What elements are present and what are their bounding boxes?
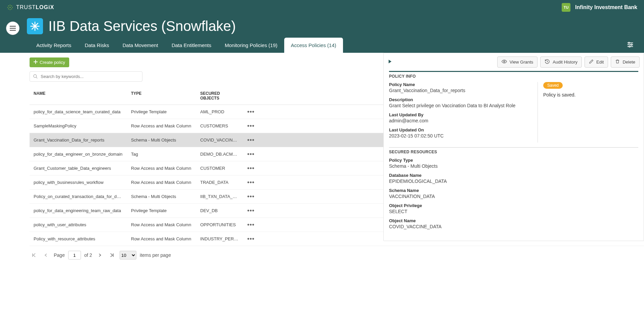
tabs: Activity Reports Data Risks Data Movemen…	[0, 38, 644, 53]
cell-type: Schema - Multi Objects	[127, 194, 196, 199]
row-more-icon[interactable]: •••	[247, 122, 255, 129]
edit-button[interactable]: Edit	[585, 56, 608, 68]
snowflake-icon	[27, 18, 43, 34]
cell-object: COVID_VACCINE_D	[196, 137, 243, 143]
label-object-name: Object Name	[389, 218, 638, 223]
cell-object: TRADE_DATA	[196, 180, 243, 185]
per-page-select[interactable]: 10	[120, 251, 136, 260]
cell-name: policy_for_data_engineer_on_bronze_domai…	[30, 152, 127, 157]
hamburger-menu-button[interactable]	[6, 22, 19, 35]
tab-data-risks[interactable]: Data Risks	[78, 38, 116, 53]
row-more-icon[interactable]: •••	[247, 207, 255, 214]
cell-object: INDUSTRY_PERFOR	[196, 236, 243, 241]
cell-name: Grant_Customer_table_Data_engineers	[30, 166, 127, 171]
last-page-button[interactable]	[108, 251, 116, 260]
avatar[interactable]: TU	[562, 3, 570, 12]
audit-history-button[interactable]: Audit History	[540, 56, 582, 68]
row-more-icon[interactable]: •••	[247, 235, 255, 242]
svg-point-1	[10, 9, 11, 10]
svg-point-9	[629, 42, 630, 44]
page-input[interactable]	[68, 251, 81, 260]
policy-info-title: POLICY INFO	[389, 74, 638, 79]
org-name: Infinity Investment Bank	[575, 4, 637, 10]
brand-name: TRUSTLOGiX	[16, 4, 54, 10]
cell-object: DEV_DB	[196, 208, 243, 213]
label-policy-name: Policy Name	[389, 82, 529, 87]
brand: TRUSTLOGiX	[7, 4, 54, 11]
label-db-name: Database Name	[389, 173, 638, 178]
brand-logo-icon	[7, 4, 13, 11]
row-more-icon[interactable]: •••	[247, 165, 255, 171]
cell-name: Policy_with_resource_attributes	[30, 236, 127, 241]
row-more-icon[interactable]: •••	[247, 136, 255, 143]
cell-name: policy_for_data_engineering_team_raw_dat…	[30, 208, 127, 213]
topbar: TRUSTLOGiX TU Infinity Investment Bank	[0, 0, 644, 15]
value-privilege: SELECT	[389, 209, 638, 214]
value-schema-name: VACCINATION_DATA	[389, 194, 638, 199]
cell-object: CUSTOMER	[196, 166, 243, 171]
content: Create policy NAME TYPE SECURED OBJECTS …	[0, 53, 644, 264]
cell-name: policy_with_businessrules_workflow	[30, 180, 127, 185]
cell-name: Grant_Vaccination_Data_for_reports	[30, 137, 127, 143]
search-input[interactable]	[30, 71, 142, 82]
cell-name: Policy_on_curated_transaction_data_for_d…	[30, 194, 127, 199]
first-page-button[interactable]	[30, 251, 38, 260]
svg-point-12	[34, 75, 37, 78]
eye-icon	[502, 60, 507, 65]
row-more-icon[interactable]: •••	[247, 221, 255, 228]
page-of-label: of 2	[84, 252, 92, 258]
cell-type: Privilege Template	[127, 208, 196, 213]
svg-point-5	[11, 5, 12, 6]
search-icon	[33, 74, 38, 79]
create-policy-button[interactable]: Create policy	[30, 57, 69, 67]
value-db-name: EPIDEMIOLOGICAL_DATA	[389, 179, 638, 184]
tab-data-entitlements[interactable]: Data Entitlements	[165, 38, 218, 53]
edit-icon	[589, 59, 594, 65]
value-policy-name: Grant_Vaccination_Data_for_reports	[389, 88, 529, 93]
plus-icon	[34, 60, 38, 65]
policy-detail-panel: View Grants Audit History Edit Delete PO…	[383, 53, 644, 241]
tab-data-movement[interactable]: Data Movement	[116, 38, 165, 53]
next-page-button[interactable]	[95, 251, 104, 260]
topbar-right: TU Infinity Investment Bank	[562, 3, 637, 12]
label-privilege: Object Privilege	[389, 203, 638, 208]
svg-point-13	[504, 61, 505, 62]
th-name[interactable]: NAME	[30, 91, 127, 101]
tab-access-policies[interactable]: Access Policies (14)	[284, 38, 343, 53]
svg-point-0	[10, 5, 11, 6]
label-updated-on: Last Updated On	[389, 127, 529, 132]
th-type[interactable]: TYPE	[127, 91, 196, 101]
tab-activity-reports[interactable]: Activity Reports	[30, 38, 78, 53]
value-object-name: COVID_VACCINE_DATA	[389, 224, 638, 229]
row-more-icon[interactable]: •••	[247, 151, 255, 157]
svg-point-4	[8, 5, 9, 6]
row-more-icon[interactable]: •••	[247, 179, 255, 186]
cell-type: Row Access and Mask Column	[127, 166, 196, 171]
tune-icon[interactable]	[627, 41, 634, 49]
svg-point-2	[7, 7, 8, 8]
value-description: Grant Select privilege on Vaccination Da…	[389, 103, 529, 108]
cell-name: SampleMaskingPolicy	[30, 123, 127, 128]
delete-button[interactable]: Delete	[611, 56, 640, 68]
cell-object: OPPORTUNITIES	[196, 222, 243, 227]
pager: Page of 2 10 items per page	[30, 246, 644, 264]
label-description: Description	[389, 97, 529, 102]
page-label: Page	[54, 252, 65, 258]
page-title: IIB Data Services (Snowflake)	[48, 18, 236, 34]
tab-monitoring-policies[interactable]: Monitoring Policies (19)	[218, 38, 284, 53]
collapse-panel-button[interactable]	[388, 59, 392, 65]
label-updated-by: Last Updated By	[389, 112, 529, 117]
row-more-icon[interactable]: •••	[247, 108, 255, 115]
label-policy-type: Policy Type	[389, 158, 638, 163]
view-grants-button[interactable]: View Grants	[497, 56, 538, 68]
svg-point-7	[11, 8, 12, 9]
row-more-icon[interactable]: •••	[247, 193, 255, 200]
prev-page-button[interactable]	[42, 251, 50, 260]
th-secured[interactable]: SECURED OBJECTS	[196, 91, 243, 101]
secured-resources-title: SECURED RESOURCES	[389, 150, 638, 154]
subheader: IIB Data Services (Snowflake) Activity R…	[0, 15, 644, 53]
trash-icon	[615, 59, 620, 65]
cell-type: Schema - Multi Objects	[127, 137, 196, 143]
svg-point-8	[9, 7, 10, 8]
value-updated-by: admin@acme.com	[389, 118, 529, 123]
